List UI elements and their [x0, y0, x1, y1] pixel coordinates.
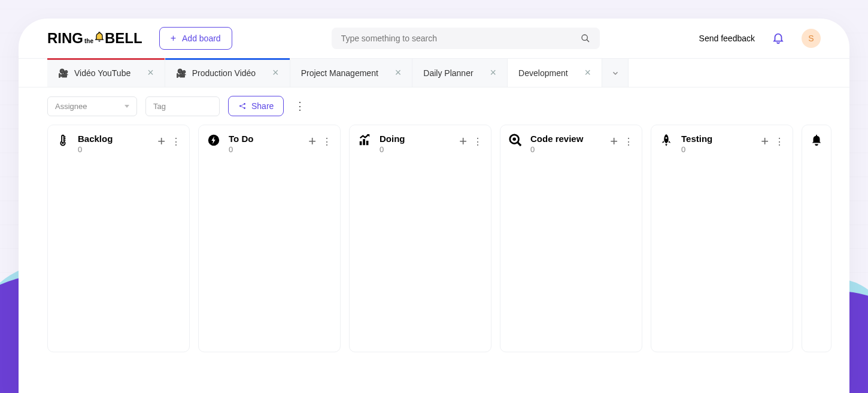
logo-text-1: RING — [47, 30, 83, 47]
column-title: To Do — [229, 134, 300, 144]
add-board-button[interactable]: + Add board — [159, 27, 232, 50]
tag-label: Tag — [153, 102, 166, 111]
tabs-expand-button[interactable] — [602, 59, 629, 87]
svg-rect-13 — [363, 139, 365, 145]
column-title: Code review — [530, 134, 602, 144]
share-button[interactable]: Share — [228, 96, 284, 116]
column-title: Doing — [380, 134, 451, 144]
toolbar-more-button[interactable]: ⋮ — [292, 97, 308, 115]
column-title: Backlog — [78, 134, 149, 144]
svg-point-3 — [244, 103, 245, 105]
notifications-icon[interactable] — [772, 32, 785, 45]
svg-line-5 — [241, 104, 244, 105]
close-tab-icon[interactable]: × — [147, 66, 154, 79]
tab-production-video[interactable]: 🎥 Production Vidéo × — [165, 59, 290, 87]
close-tab-icon[interactable]: × — [272, 66, 279, 79]
tag-dropdown[interactable]: Tag — [145, 96, 220, 116]
share-label: Share — [251, 101, 274, 111]
send-feedback-link[interactable]: Send feedback — [699, 34, 755, 43]
bolt-circle-icon — [207, 134, 220, 147]
column-menu-button[interactable]: ⋮ — [171, 136, 181, 147]
close-tab-icon[interactable]: × — [490, 66, 497, 79]
chevron-down-icon — [612, 69, 619, 77]
tab-daily-planner[interactable]: Daily Planner × — [412, 59, 508, 87]
thermometer-icon — [56, 134, 69, 147]
column-count: 0 — [681, 145, 752, 154]
column-testing: Testing 0 + ⋮ — [651, 125, 793, 352]
column-code-review: Code review 0 + ⋮ — [500, 125, 642, 352]
bell-solid-icon — [810, 134, 823, 147]
tab-project-management[interactable]: Project Management × — [290, 59, 413, 87]
column-doing: Doing 0 + ⋮ — [349, 125, 491, 352]
assignee-dropdown[interactable]: Assignee — [47, 96, 137, 116]
tab-development[interactable]: Development × — [508, 59, 602, 87]
camera-icon: 🎥 — [58, 68, 68, 78]
logo-text-2: BELL — [105, 30, 142, 47]
tab-label: Vidéo YouTube — [74, 68, 130, 78]
user-avatar[interactable]: S — [802, 29, 821, 48]
tab-label: Daily Planner — [423, 68, 473, 78]
search-box[interactable] — [332, 28, 600, 49]
search-code-icon — [509, 134, 522, 147]
svg-line-6 — [241, 107, 244, 108]
add-card-button[interactable]: + — [308, 134, 316, 149]
search-icon — [581, 34, 590, 43]
assignee-label: Assignee — [55, 102, 87, 111]
app-window: RING the BELL + Add board Send feedback — [19, 19, 849, 393]
tab-video-youtube[interactable]: 🎥 Vidéo YouTube × — [47, 59, 165, 87]
column-title: Testing — [681, 134, 752, 144]
svg-point-17 — [512, 137, 516, 141]
column-count: 0 — [229, 145, 300, 154]
close-tab-icon[interactable]: × — [395, 66, 402, 79]
svg-rect-14 — [366, 141, 369, 145]
tab-label: Development — [518, 68, 568, 78]
svg-point-18 — [666, 137, 667, 139]
close-tab-icon[interactable]: × — [585, 66, 591, 79]
svg-rect-12 — [360, 141, 362, 145]
column-menu-button[interactable]: ⋮ — [322, 136, 332, 147]
bell-logo-icon — [93, 31, 105, 43]
search-input[interactable] — [341, 34, 581, 43]
svg-point-0 — [582, 35, 587, 40]
add-board-label: Add board — [182, 34, 221, 43]
share-icon — [238, 102, 247, 110]
column-menu-button[interactable]: ⋮ — [473, 136, 482, 147]
camera-icon: 🎥 — [176, 68, 186, 78]
logo: RING the BELL — [47, 30, 142, 47]
toolbar: Assignee Tag Share ⋮ — [19, 87, 849, 125]
header-bar: RING the BELL + Add board Send feedback — [19, 19, 849, 59]
logo-text-the: the — [84, 38, 93, 44]
add-card-button[interactable]: + — [610, 134, 618, 149]
add-card-button[interactable]: + — [761, 134, 769, 149]
tab-label: Production Vidéo — [192, 68, 256, 78]
column-backlog: Backlog 0 + ⋮ — [47, 125, 190, 352]
column-next — [802, 125, 831, 352]
column-count: 0 — [380, 145, 451, 154]
svg-point-2 — [239, 105, 241, 107]
svg-point-10 — [62, 142, 64, 144]
svg-point-4 — [244, 107, 245, 109]
add-card-button[interactable]: + — [157, 134, 165, 149]
add-card-button[interactable]: + — [459, 134, 467, 149]
column-count: 0 — [530, 145, 602, 154]
plus-icon: + — [171, 33, 176, 44]
column-count: 0 — [78, 145, 149, 154]
rocket-icon — [660, 134, 673, 147]
svg-line-1 — [587, 40, 589, 42]
kanban-board: Backlog 0 + ⋮ To Do 0 — [19, 125, 849, 364]
svg-line-16 — [518, 143, 521, 146]
column-menu-button[interactable]: ⋮ — [624, 136, 633, 147]
tab-label: Project Management — [301, 68, 378, 78]
column-menu-button[interactable]: ⋮ — [775, 136, 784, 147]
chart-up-icon — [358, 134, 371, 147]
column-todo: To Do 0 + ⋮ — [198, 125, 341, 352]
tabs-row: 🎥 Vidéo YouTube × 🎥 Production Vidéo × P… — [19, 59, 849, 87]
